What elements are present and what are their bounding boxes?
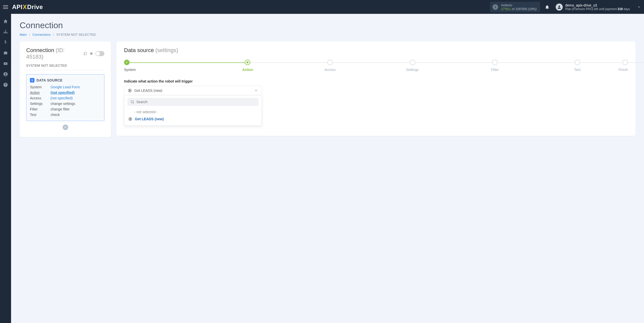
search-icon — [130, 100, 134, 104]
step-settings[interactable]: Settings — [371, 60, 454, 72]
settings-card: Data source (settings) System Action Acc… — [116, 42, 635, 136]
notifications-bell-icon[interactable] — [545, 5, 550, 10]
top-header: APIXDrive i Actions: 17'911 of 100'000 (… — [0, 0, 644, 14]
chevron-up-icon — [254, 89, 258, 93]
connection-status: SYSTEM NOT SELECTED — [26, 64, 104, 70]
ds-access-value[interactable]: (not specified) — [51, 96, 101, 100]
dropdown-search-input[interactable] — [136, 100, 256, 104]
sidebar-help-icon[interactable] — [0, 80, 11, 90]
data-source-title: DATA SOURCE — [36, 78, 62, 82]
step-badge: 1 — [30, 78, 34, 83]
breadcrumb-connections[interactable]: Connections — [32, 33, 51, 36]
svg-point-0 — [558, 6, 560, 7]
breadcrumb-current: SYSTEM NOT SELECTED — [56, 33, 96, 36]
step-finish[interactable]: Finish — [619, 60, 628, 72]
user-menu[interactable]: demo_apix-drive_s3 Plan |Premium PRO| le… — [556, 3, 641, 11]
logo[interactable]: APIXDrive — [12, 4, 43, 11]
menu-toggle-button[interactable] — [3, 4, 9, 10]
dropdown-option-get-leads[interactable]: Get LEADS (new) — [127, 115, 259, 123]
info-icon: i — [493, 4, 498, 10]
step-access[interactable]: Access — [289, 60, 371, 72]
step-progress: System Action Access Settings Filter Tes… — [124, 60, 628, 72]
dropdown-panel: - not selected - Get LEADS (new) — [124, 95, 262, 126]
copy-icon[interactable] — [83, 52, 87, 56]
instruction-label: Indicate what action the robot will trig… — [124, 79, 628, 83]
step-test[interactable]: Test — [536, 60, 619, 72]
svg-rect-4 — [7, 33, 7, 33]
svg-rect-9 — [85, 52, 87, 55]
connection-heading: Connection (ID: 45183) — [26, 47, 81, 60]
avatar-icon — [556, 4, 563, 11]
sidebar-account-icon[interactable] — [0, 69, 11, 79]
connection-toggle[interactable] — [95, 51, 105, 56]
play-circle-icon — [128, 89, 132, 93]
dropdown-search — [127, 98, 259, 106]
gear-icon[interactable] — [89, 52, 93, 56]
sidebar — [0, 14, 11, 144]
play-circle-icon — [128, 117, 132, 121]
chevron-down-icon — [637, 5, 641, 9]
svg-rect-2 — [4, 33, 5, 33]
svg-rect-1 — [5, 30, 6, 31]
dropdown-selected[interactable]: Get LEADS (new) — [124, 86, 262, 95]
sidebar-video-icon[interactable] — [0, 59, 11, 69]
ds-test-value[interactable]: check — [51, 113, 101, 117]
user-plan: Plan |Premium PRO| left until payment 21… — [565, 7, 630, 11]
dropdown-not-selected[interactable]: - not selected - — [127, 108, 259, 115]
svg-point-11 — [131, 101, 133, 103]
sidebar-briefcase-icon[interactable] — [0, 48, 11, 58]
ds-settings-value[interactable]: change settings — [51, 102, 101, 106]
sidebar-connections-icon[interactable] — [0, 27, 11, 37]
action-dropdown: Get LEADS (new) - not selected - — [124, 86, 262, 126]
main-content: Connection Main / Connections / SYSTEM N… — [11, 14, 644, 144]
settings-heading: Data source (settings) — [124, 47, 628, 54]
ds-filter-value[interactable]: change filter — [51, 107, 101, 111]
svg-rect-3 — [5, 33, 6, 33]
page-title: Connection — [20, 20, 635, 30]
data-source-box: 1 DATA SOURCE System Google Lead Form Ac… — [26, 74, 104, 121]
step-system[interactable]: System — [124, 60, 207, 72]
sidebar-billing-icon[interactable] — [0, 37, 11, 48]
sidebar-home-icon[interactable] — [0, 16, 11, 26]
ds-action-value[interactable]: (not specified) — [51, 91, 101, 95]
actions-counter[interactable]: i Actions: 17'911 of 100'000 (18%) — [490, 2, 540, 12]
add-destination-button[interactable]: + — [63, 125, 68, 130]
svg-point-7 — [5, 73, 6, 74]
user-name: demo_apix-drive_s3 — [565, 3, 630, 7]
ds-system-value[interactable]: Google Lead Form — [51, 85, 101, 89]
step-filter[interactable]: Filter — [454, 60, 536, 72]
step-action[interactable]: Action — [207, 60, 289, 72]
breadcrumb: Main / Connections / SYSTEM NOT SELECTED — [20, 33, 635, 36]
connection-card: Connection (ID: 45183) SYSTEM NOT SELECT… — [20, 42, 111, 137]
breadcrumb-main[interactable]: Main — [20, 33, 27, 36]
